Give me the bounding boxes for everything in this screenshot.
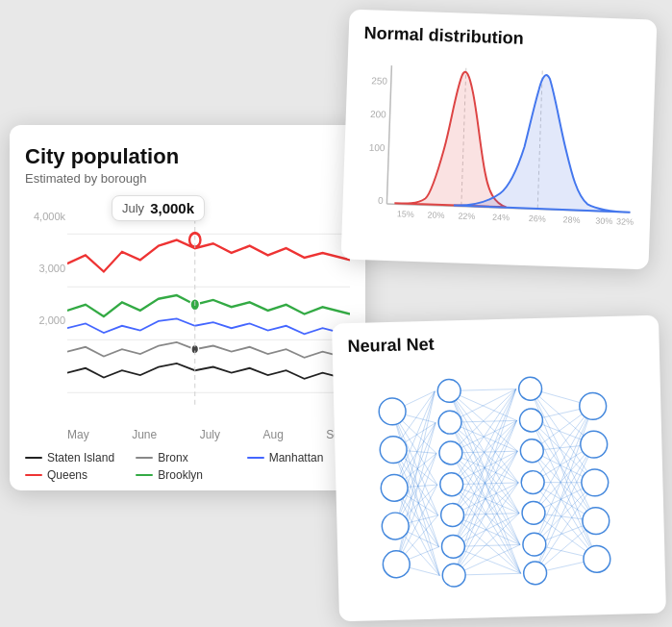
- y-label-4000: 4,000k: [25, 211, 65, 222]
- svg-point-145: [381, 474, 409, 502]
- legend-brooklyn: Brooklyn: [136, 468, 238, 482]
- legend-label-bronx: Bronx: [158, 451, 187, 464]
- legend-label-brooklyn: Brooklyn: [158, 468, 203, 482]
- svg-text:30%: 30%: [595, 216, 612, 227]
- svg-point-165: [583, 507, 610, 535]
- svg-point-164: [582, 469, 610, 497]
- neural-net-card: Neural Net .nn-line { stroke: #4488dd; s…: [332, 315, 666, 622]
- svg-point-146: [382, 513, 410, 540]
- svg-point-163: [580, 431, 608, 459]
- svg-point-150: [439, 441, 462, 464]
- x-axis-labels: May June July Aug Sept: [67, 428, 350, 441]
- svg-text:24%: 24%: [492, 213, 510, 223]
- population-title: City population: [25, 144, 350, 169]
- svg-point-148: [437, 379, 460, 402]
- svg-point-147: [383, 550, 411, 578]
- svg-point-151: [440, 473, 463, 496]
- svg-text:28%: 28%: [562, 214, 580, 225]
- y-label-3000: 3,000: [25, 263, 65, 274]
- legend-label-staten-island: Staten Island: [47, 451, 114, 464]
- svg-text:15%: 15%: [397, 209, 414, 219]
- svg-text:250: 250: [371, 75, 387, 87]
- legend-line-bronx: [136, 457, 153, 459]
- legend-line-queens: [25, 474, 42, 476]
- legend-line-staten-island: [25, 457, 42, 459]
- svg-point-153: [441, 535, 464, 558]
- tooltip-bubble: July 3,000k: [112, 195, 205, 221]
- svg-point-157: [520, 439, 543, 463]
- svg-text:32%: 32%: [616, 216, 634, 227]
- svg-point-161: [523, 562, 546, 585]
- population-chart-area: July 3,000k 4,000k 3,000 2,000: [25, 195, 350, 426]
- svg-point-152: [440, 503, 463, 526]
- svg-text:0: 0: [378, 195, 384, 206]
- legend-label-manhattan: Manhattan: [269, 451, 324, 464]
- svg-point-154: [442, 564, 465, 587]
- legend-bronx: Bronx: [136, 451, 238, 464]
- line-chart-svg: [67, 211, 350, 422]
- tooltip-month: July: [122, 201, 144, 215]
- svg-point-149: [438, 411, 461, 434]
- svg-point-159: [522, 501, 545, 524]
- svg-text:22%: 22%: [458, 212, 475, 222]
- svg-point-156: [519, 409, 542, 432]
- svg-line-9: [386, 65, 391, 204]
- svg-text:26%: 26%: [529, 213, 546, 224]
- normal-distribution-card: Normal distribution 250 200 100 0 15% 20…: [341, 9, 658, 269]
- legend-line-brooklyn: [136, 474, 153, 476]
- svg-point-162: [579, 392, 607, 420]
- svg-point-143: [379, 398, 407, 426]
- y-label-2000: 2,000: [25, 314, 65, 326]
- svg-point-166: [584, 545, 611, 573]
- chart-legend: Staten Island Bronx Manhattan Queens Bro…: [25, 451, 350, 482]
- svg-point-155: [518, 377, 541, 400]
- city-population-card: City population Estimated by borough Jul…: [10, 125, 365, 490]
- neural-chart-svg: .nn-line { stroke: #4488dd; stroke-width…: [348, 349, 651, 607]
- population-subtitle: Estimated by borough: [25, 171, 350, 186]
- svg-text:20%: 20%: [428, 210, 445, 220]
- svg-point-158: [521, 470, 544, 493]
- legend-label-queens: Queens: [47, 468, 87, 482]
- svg-text:200: 200: [370, 109, 386, 120]
- svg-text:100: 100: [369, 142, 386, 154]
- svg-point-160: [523, 533, 546, 556]
- svg-point-144: [380, 436, 408, 464]
- legend-line-manhattan: [247, 457, 264, 459]
- tooltip-value: 3,000k: [150, 200, 194, 216]
- legend-queens: Queens: [25, 468, 128, 482]
- legend-staten-island: Staten Island: [25, 451, 128, 464]
- normal-chart-svg: 250 200 100 0 15% 20% 22% 24% 26% 28% 30…: [357, 47, 640, 244]
